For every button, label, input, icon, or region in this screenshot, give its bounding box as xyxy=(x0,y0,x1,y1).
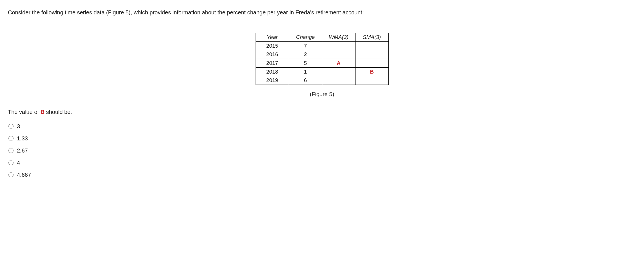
col-header-year: Year xyxy=(256,33,289,42)
prompt-prefix: The value of xyxy=(8,109,41,115)
option-label: 2.67 xyxy=(17,147,28,154)
cell-wma xyxy=(322,50,355,59)
cell-change: 6 xyxy=(289,76,322,85)
cell-wma-a: A xyxy=(322,59,355,67)
cell-year: 2019 xyxy=(256,76,289,85)
question-prompt: The value of B should be: xyxy=(8,109,636,115)
table-row: 2017 5 A xyxy=(256,59,388,67)
question-intro: Consider the following time series data … xyxy=(8,8,636,16)
col-header-change: Change xyxy=(289,33,322,42)
radio-icon xyxy=(8,172,14,177)
prompt-bold: B xyxy=(41,109,44,115)
figure-caption: (Figure 5) xyxy=(8,91,636,98)
option-2[interactable]: 2.67 xyxy=(8,145,636,157)
cell-sma xyxy=(355,41,388,50)
table-row: 2018 1 B xyxy=(256,67,388,76)
radio-icon xyxy=(8,148,14,153)
cell-year: 2015 xyxy=(256,41,289,50)
answer-options: 3 1.33 2.67 4 4.667 xyxy=(8,120,636,181)
radio-icon xyxy=(8,136,14,141)
data-table: Year Change WMA(3) SMA(3) 2015 7 2016 2 … xyxy=(256,33,389,85)
cell-change: 1 xyxy=(289,67,322,76)
cell-sma xyxy=(355,76,388,85)
radio-icon xyxy=(8,124,14,129)
option-label: 4.667 xyxy=(17,172,31,178)
radio-icon xyxy=(8,160,14,165)
table-row: 2015 7 xyxy=(256,41,388,50)
col-header-sma: SMA(3) xyxy=(355,33,388,42)
cell-year: 2017 xyxy=(256,59,289,67)
figure-5: Year Change WMA(3) SMA(3) 2015 7 2016 2 … xyxy=(8,33,636,98)
option-4[interactable]: 4.667 xyxy=(8,169,636,181)
option-label: 4 xyxy=(17,160,20,166)
option-0[interactable]: 3 xyxy=(8,120,636,132)
table-row: 2016 2 xyxy=(256,50,388,59)
cell-change: 5 xyxy=(289,59,322,67)
cell-change: 7 xyxy=(289,41,322,50)
option-label: 1.33 xyxy=(17,135,28,142)
cell-wma xyxy=(322,76,355,85)
option-3[interactable]: 4 xyxy=(8,157,636,169)
table-row: 2019 6 xyxy=(256,76,388,85)
cell-wma xyxy=(322,67,355,76)
cell-sma xyxy=(355,59,388,67)
option-label: 3 xyxy=(17,123,20,130)
cell-change: 2 xyxy=(289,50,322,59)
cell-wma xyxy=(322,41,355,50)
col-header-wma: WMA(3) xyxy=(322,33,355,42)
prompt-suffix: should be: xyxy=(44,109,72,115)
cell-sma xyxy=(355,50,388,59)
cell-year: 2016 xyxy=(256,50,289,59)
cell-year: 2018 xyxy=(256,67,289,76)
cell-sma-b: B xyxy=(355,67,388,76)
table-header-row: Year Change WMA(3) SMA(3) xyxy=(256,33,388,42)
option-1[interactable]: 1.33 xyxy=(8,132,636,145)
